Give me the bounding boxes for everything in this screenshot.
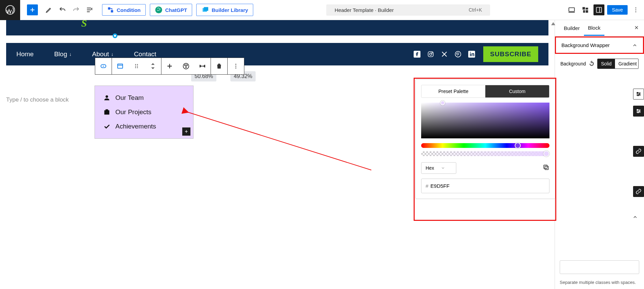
add-block-button[interactable]	[27, 4, 38, 15]
hash-prefix: #	[426, 183, 428, 189]
document-title-bar[interactable]: Header Template · Builder Ctrl+K	[326, 4, 490, 16]
svg-point-3	[155, 6, 162, 13]
width-icon[interactable]	[194, 58, 211, 74]
submenu-dropdown[interactable]: Our Team Our Projects Achievements +	[95, 86, 194, 139]
svg-rect-2	[111, 10, 113, 13]
preset-palette-tab[interactable]: Preset Palette	[421, 85, 485, 97]
saturation-field[interactable]	[421, 103, 549, 138]
hex-value: E9D5FF	[430, 183, 449, 189]
hue-slider[interactable]	[421, 143, 549, 148]
edge-settings-dark-icon[interactable]	[633, 106, 644, 117]
svg-rect-9	[583, 10, 585, 13]
gradient-option[interactable]: Gradient	[615, 59, 639, 69]
reset-icon[interactable]	[589, 61, 595, 67]
edge-settings-icon[interactable]	[633, 89, 644, 100]
resize-handle[interactable]	[113, 33, 117, 38]
section-title: Background Wrapper	[561, 42, 610, 48]
custom-color-tab[interactable]: Custom	[485, 85, 549, 97]
svg-rect-8	[586, 8, 588, 10]
edge-link2-icon[interactable]	[633, 186, 644, 197]
condition-button[interactable]: Condition	[102, 4, 146, 16]
color-palette-icon[interactable]	[178, 58, 194, 74]
nav-link-blog[interactable]: Blog↓	[54, 50, 72, 58]
nav-link-contact[interactable]: Contact	[134, 50, 156, 58]
svg-point-25	[186, 65, 187, 66]
svg-rect-7	[583, 7, 585, 10]
tab-block[interactable]: Block	[584, 21, 605, 36]
more-options-icon[interactable]	[630, 4, 641, 15]
block-placeholder[interactable]: Type / to choose a block	[6, 96, 69, 103]
linkedin-icon[interactable]	[468, 51, 475, 58]
svg-point-12	[635, 7, 636, 9]
svg-point-13	[635, 10, 636, 11]
drag-handle-icon[interactable]	[128, 58, 145, 74]
chevron-down-icon: ↓	[111, 51, 113, 57]
add-submenu-item-button[interactable]: +	[182, 127, 190, 136]
builder-library-button[interactable]: Builder Library	[196, 4, 253, 16]
svg-point-23	[183, 63, 189, 69]
chatgpt-button[interactable]: ChatGPT	[150, 4, 192, 16]
nav-link-home[interactable]: Home	[16, 50, 34, 58]
css-classes-input[interactable]	[560, 260, 639, 274]
parent-block-icon[interactable]	[112, 58, 128, 74]
svg-rect-40	[545, 166, 548, 170]
svg-point-46	[639, 111, 640, 112]
save-button[interactable]: Save	[607, 5, 628, 15]
pinterest-icon[interactable]	[455, 51, 461, 58]
background-wrapper-section[interactable]: Background Wrapper	[556, 37, 643, 53]
svg-rect-10	[586, 10, 588, 13]
settings-panel-icon[interactable]	[593, 4, 604, 15]
edge-link-icon[interactable]	[633, 146, 644, 157]
submenu-item-our-team[interactable]: Our Team	[95, 91, 193, 105]
svg-point-19	[135, 66, 136, 67]
chevron-down-icon: ↓	[69, 51, 72, 57]
overview-icon[interactable]	[580, 4, 591, 15]
desktop-view-icon[interactable]	[566, 4, 577, 15]
social-icons	[414, 51, 475, 58]
svg-rect-41	[544, 165, 547, 168]
svg-point-32	[430, 53, 432, 56]
move-arrows-icon[interactable]	[145, 58, 161, 74]
document-title: Header Template · Builder	[334, 7, 393, 13]
saturation-cursor[interactable]	[440, 101, 445, 105]
instagram-icon[interactable]	[427, 51, 434, 58]
background-label: Background	[560, 61, 586, 66]
nav-bar: Home Blog↓ About↓ Contact SUBSCRIBE	[6, 43, 548, 65]
svg-rect-6	[569, 8, 575, 12]
edit-icon[interactable]	[42, 3, 56, 17]
block-more-icon[interactable]	[228, 58, 244, 74]
solid-option[interactable]: Solid	[598, 59, 615, 69]
save-label: Save	[612, 7, 623, 13]
x-twitter-icon[interactable]	[441, 51, 448, 58]
collapse-section-icon[interactable]	[632, 214, 638, 221]
svg-point-29	[235, 67, 237, 69]
settings-sidebar: Builder Block Background Wrapper Backgro…	[555, 20, 644, 289]
delete-icon[interactable]	[211, 58, 227, 74]
alpha-cursor[interactable]	[543, 151, 549, 157]
undo-icon[interactable]	[56, 3, 69, 17]
svg-rect-38	[105, 109, 108, 111]
hue-cursor[interactable]	[515, 142, 521, 149]
header-hero-strip: S	[6, 20, 548, 35]
add-inner-icon[interactable]	[161, 58, 178, 74]
list-view-icon[interactable]	[83, 3, 97, 17]
wordpress-logo[interactable]	[0, 0, 20, 20]
tab-builder[interactable]: Builder	[560, 21, 584, 35]
nav-link-about[interactable]: About↓	[92, 50, 114, 58]
submenu-item-our-projects[interactable]: Our Projects	[95, 105, 193, 119]
library-label: Builder Library	[212, 7, 248, 13]
block-toolbar	[95, 58, 244, 75]
hex-input[interactable]: # E9D5FF	[421, 179, 549, 193]
copy-color-icon[interactable]	[543, 164, 549, 172]
redo-icon[interactable]	[69, 3, 83, 17]
subscribe-button[interactable]: SUBSCRIBE	[483, 46, 538, 62]
chevron-up-icon	[632, 43, 638, 48]
submenu-item-achievements[interactable]: Achievements	[95, 119, 193, 134]
block-type-icon[interactable]	[95, 58, 112, 74]
background-type-toggle[interactable]: Solid Gradient	[597, 59, 639, 69]
color-format-select[interactable]: Hex	[421, 162, 456, 174]
close-sidebar-icon[interactable]	[634, 25, 639, 32]
svg-point-36	[105, 95, 108, 98]
alpha-slider[interactable]	[421, 151, 549, 156]
facebook-icon[interactable]	[414, 51, 420, 58]
